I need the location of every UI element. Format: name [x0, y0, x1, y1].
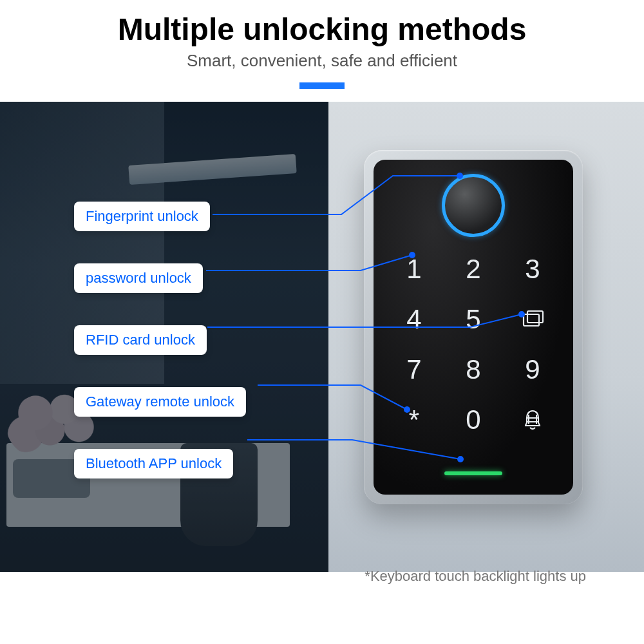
doorbell-hash-icon: [520, 407, 545, 433]
accent-bar: [299, 82, 345, 89]
fingerprint-sensor-icon: [442, 174, 505, 237]
label-bluetooth: Bluetooth APP unlock: [74, 449, 233, 478]
key-9: 9: [506, 350, 559, 389]
label-fingerprint: Fingerprint unlock: [74, 202, 210, 231]
key-star: *: [388, 401, 440, 439]
header: Multiple unlocking methods Smart, conven…: [0, 0, 644, 89]
key-0: 0: [447, 401, 500, 439]
led-indicator: [444, 471, 502, 475]
label-password: password unlock: [74, 263, 203, 293]
key-2: 2: [447, 250, 500, 289]
keypad-device: 1 2 3 4 5 7 8 9 * 0: [364, 150, 583, 504]
key-6: [506, 300, 559, 339]
key-7: 7: [388, 350, 440, 389]
svg-rect-5: [524, 314, 539, 326]
keypad: 1 2 3 4 5 7 8 9 * 0: [388, 250, 559, 439]
key-3: 3: [506, 250, 559, 289]
key-1: 1: [388, 250, 440, 289]
key-hash: [506, 401, 559, 439]
feature-labels: Fingerprint unlock password unlock RFID …: [74, 202, 246, 478]
svg-rect-6: [527, 311, 543, 323]
main-area: Fingerprint unlock password unlock RFID …: [0, 102, 644, 591]
rfid-card-icon: [520, 307, 545, 332]
key-4: 4: [388, 300, 440, 339]
footnote: *Keyboard touch backlight lights up: [365, 568, 586, 585]
label-rfid: RFID card unlock: [74, 325, 207, 355]
label-gateway: Gateway remote unlock: [74, 387, 246, 417]
key-8: 8: [447, 350, 500, 389]
device-face: 1 2 3 4 5 7 8 9 * 0: [374, 160, 573, 495]
page-title: Multiple unlocking methods: [0, 12, 644, 47]
page-subtitle: Smart, convenient, safe and efficient: [0, 51, 644, 71]
key-5: 5: [447, 300, 500, 339]
